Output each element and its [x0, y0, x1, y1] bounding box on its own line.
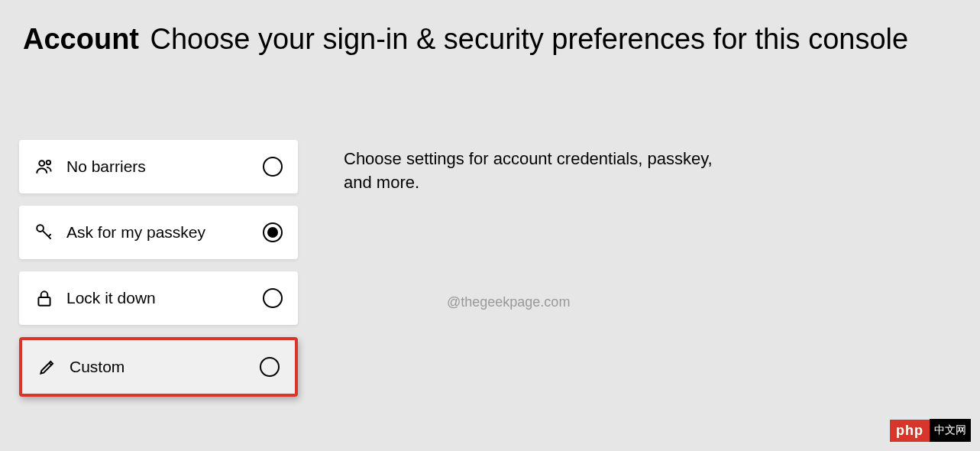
- option-label: Ask for my passkey: [66, 223, 251, 242]
- radio-indicator: [263, 157, 283, 177]
- key-icon: [34, 222, 54, 242]
- watermark-text: @thegeekpage.com: [447, 294, 570, 310]
- content-area: No barriers Ask for my passkey Lo: [0, 56, 980, 397]
- option-label: No barriers: [66, 157, 251, 176]
- footer-logo: php 中文网: [890, 419, 971, 442]
- footer-cn: 中文网: [930, 419, 971, 442]
- option-description: Choose settings for account credentials,…: [344, 140, 726, 397]
- lock-icon: [34, 288, 54, 308]
- svg-point-0: [39, 161, 44, 166]
- radio-indicator: [263, 288, 283, 308]
- svg-point-1: [47, 161, 50, 164]
- pencil-icon: [37, 357, 57, 377]
- page-header: Account Choose your sign-in & security p…: [0, 0, 980, 56]
- option-ask-passkey[interactable]: Ask for my passkey: [19, 206, 298, 259]
- radio-indicator-selected: [263, 222, 283, 242]
- option-label: Lock it down: [66, 289, 251, 307]
- option-no-barriers[interactable]: No barriers: [19, 140, 298, 193]
- svg-point-2: [37, 225, 44, 232]
- footer-brand: php: [890, 420, 930, 442]
- option-custom[interactable]: Custom: [19, 337, 298, 397]
- page-subtitle: Choose your sign-in & security preferenc…: [150, 23, 908, 55]
- radio-indicator: [260, 357, 280, 377]
- page-title: Account: [23, 23, 139, 55]
- people-icon: [34, 157, 54, 177]
- svg-rect-3: [38, 297, 50, 306]
- option-lock-down[interactable]: Lock it down: [19, 271, 298, 325]
- option-label: Custom: [70, 358, 247, 376]
- options-list: No barriers Ask for my passkey Lo: [19, 140, 298, 397]
